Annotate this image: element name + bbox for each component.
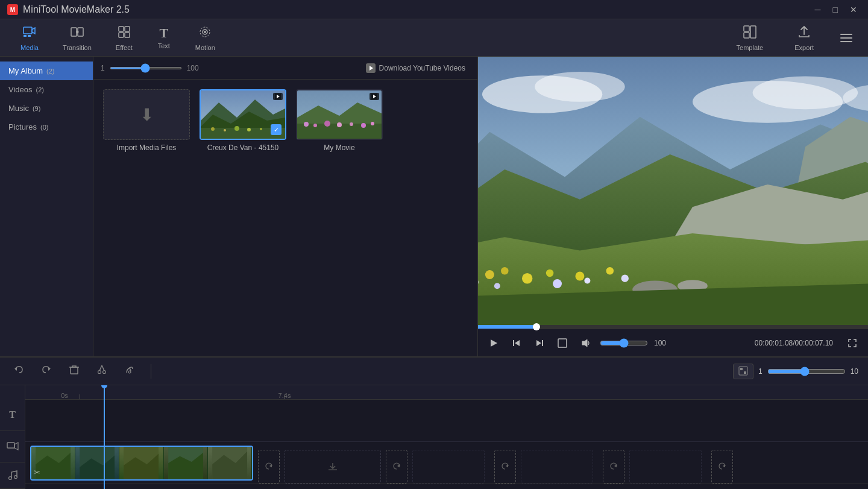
download-youtube-button[interactable]: Download YouTube Videos <box>361 61 470 75</box>
effect-icon <box>117 25 131 42</box>
import-media-item[interactable]: ⬇ Import Media Files <box>103 89 190 152</box>
creux-de-van-thumb[interactable]: ✓ <box>200 89 286 140</box>
clip-frame-2 <box>75 447 119 479</box>
cut-button[interactable] <box>93 362 111 380</box>
menu-button[interactable] <box>834 28 858 48</box>
transition-slot-1[interactable] <box>258 450 280 484</box>
video-track-icon <box>7 440 19 452</box>
undo-button[interactable] <box>10 362 28 380</box>
preview-controls: 100 00:00:01.08/00:00:07.10 <box>478 329 868 356</box>
ruler-line-74s <box>285 394 285 399</box>
main-content: My Album (2) Videos (2) Music (9) Pictur… <box>0 57 868 356</box>
frame-mode-button[interactable] <box>554 336 571 350</box>
redo-button[interactable] <box>37 362 55 380</box>
title-bar-controls: ─ □ ✕ <box>811 4 861 16</box>
timeline-ruler[interactable]: 0s 7.4s <box>25 385 868 400</box>
svg-point-57 <box>546 270 553 277</box>
track-labels: T <box>0 385 25 489</box>
sidebar-item-my-album[interactable]: My Album (2) <box>0 62 93 80</box>
playhead[interactable] <box>104 385 105 489</box>
svg-marker-104 <box>723 464 725 467</box>
import-thumb[interactable]: ⬇ <box>103 89 190 140</box>
text-track-label: T <box>0 400 25 431</box>
transition-slot-4[interactable] <box>603 450 624 484</box>
import-label: Import Media Files <box>117 144 177 152</box>
media-item-my-movie[interactable]: My Movie <box>296 89 383 152</box>
transition-slot-2[interactable] <box>386 450 407 484</box>
creux-de-van-label: Creux De Van - 45150 <box>207 144 279 152</box>
maximize-button[interactable]: □ <box>829 4 841 16</box>
close-button[interactable]: ✕ <box>846 4 861 16</box>
clip-frame-3 <box>119 447 163 479</box>
music-track <box>25 484 868 489</box>
toolbar-template[interactable]: Template <box>726 21 775 55</box>
toolbar-text[interactable]: T Text <box>146 21 182 55</box>
sidebar-music-label: Music <box>8 104 29 113</box>
toolbar-media[interactable]: Media <box>10 21 49 55</box>
svg-rect-8 <box>125 27 130 31</box>
preview-seekbar[interactable] <box>478 325 868 329</box>
timecode-display: 00:00:01.08/00:00:07.10 <box>755 339 833 347</box>
svg-marker-103 <box>614 464 617 467</box>
minimize-button[interactable]: ─ <box>811 4 825 16</box>
speed-button[interactable] <box>121 362 139 380</box>
step-forward-button[interactable] <box>531 336 548 350</box>
cut-icon <box>96 364 107 375</box>
svg-rect-73 <box>558 339 567 347</box>
svg-marker-70 <box>515 340 520 346</box>
toolbar-export[interactable]: Export <box>784 21 825 55</box>
motion-icon <box>198 25 212 42</box>
volume-slider[interactable] <box>600 338 648 348</box>
timeline-zoom-slider[interactable] <box>767 367 846 376</box>
video-clip[interactable]: ✂ <box>30 446 253 481</box>
play-button[interactable] <box>485 336 502 350</box>
empty-import-slot[interactable] <box>285 450 381 484</box>
volume-icon <box>580 338 590 348</box>
seekbar-thumb[interactable] <box>533 323 540 330</box>
svg-point-36 <box>324 121 330 127</box>
transition-slot-3[interactable] <box>494 450 516 484</box>
toolbar-motion[interactable]: Motion <box>184 21 226 55</box>
sidebar-badge-my-album: (2) <box>46 68 54 75</box>
video-badge-mymovie <box>370 93 379 100</box>
app-title: MiniTool MovieMaker 2.5 <box>23 4 130 15</box>
effect-label: Effect <box>116 44 133 51</box>
empty-slot-5 <box>629 450 702 484</box>
sidebar-item-label: My Album <box>8 66 43 75</box>
sidebar-item-music[interactable]: Music (9) <box>0 99 93 118</box>
sidebar-badge-videos: (2) <box>36 86 44 93</box>
text-track-icon: T <box>9 409 16 420</box>
toolbar-transition[interactable]: Transition <box>52 21 102 55</box>
media-icon <box>22 25 37 42</box>
video-track-label <box>0 431 25 462</box>
media-item-creux-de-van[interactable]: ✓ Creux De Van - 45150 <box>200 89 286 152</box>
volume-button[interactable] <box>577 336 594 350</box>
fit-timeline-button[interactable] <box>733 364 753 379</box>
step-back-button[interactable] <box>508 336 525 350</box>
music-track-label <box>0 462 25 489</box>
my-movie-thumbnail <box>297 90 382 139</box>
toolbar-right-group: Template Export <box>726 21 858 55</box>
media-panel: 1 100 Download YouTube Videos ⬇ Import M… <box>93 57 477 356</box>
zoom-min-label: 1 <box>101 64 105 72</box>
svg-point-25 <box>234 126 239 131</box>
my-movie-thumb[interactable] <box>296 89 383 140</box>
empty-slot-3 <box>412 450 485 484</box>
fullscreen-button[interactable] <box>844 336 861 350</box>
toolbar-effect[interactable]: Effect <box>105 21 143 55</box>
transition-icon-3 <box>500 462 510 472</box>
delete-button[interactable] <box>65 362 83 380</box>
scissors-icon: ✂ <box>34 468 40 477</box>
toolbar-separator <box>151 364 151 379</box>
sidebar-item-videos[interactable]: Videos (2) <box>0 80 93 99</box>
app-logo-icon: M <box>7 4 18 15</box>
zoom-slider[interactable] <box>110 67 182 69</box>
seekbar-fill <box>478 325 536 329</box>
zoom-control: 1 100 <box>101 64 199 72</box>
svg-rect-5 <box>71 28 77 36</box>
transition-slot-5[interactable] <box>711 450 733 484</box>
clip-frame-4 <box>164 447 208 479</box>
export-icon <box>797 25 811 42</box>
sidebar-item-pictures[interactable]: Pictures (0) <box>0 118 93 136</box>
svg-rect-86 <box>7 443 14 448</box>
